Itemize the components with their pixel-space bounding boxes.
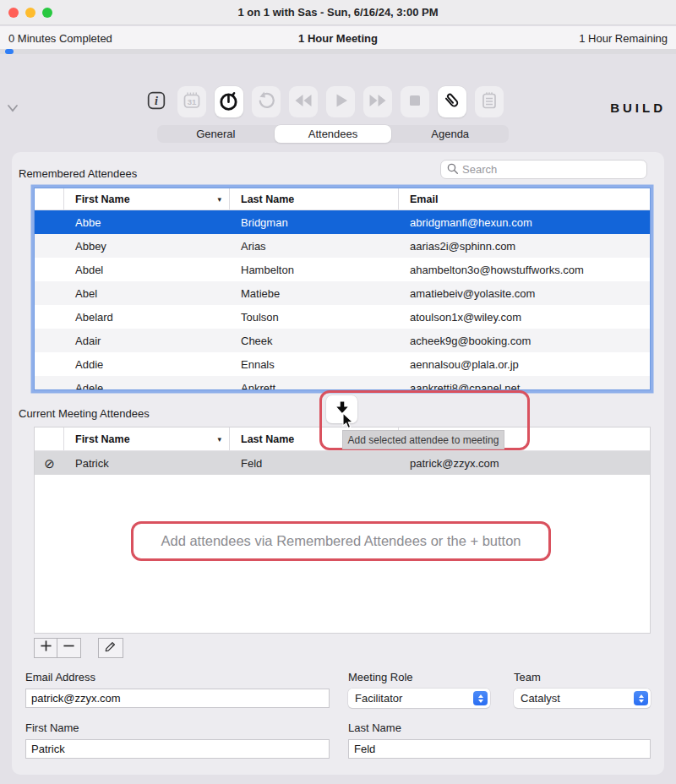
cell-email: aarias2i@sphinn.com — [399, 240, 650, 253]
table-row[interactable]: AbelardToulsonatoulson1x@wiley.com — [35, 305, 650, 329]
search-icon — [446, 162, 459, 177]
stepper-chevrons-icon — [473, 691, 488, 705]
empty-hint-annotation: Add attendees via Remembered Attendees o… — [131, 521, 551, 561]
first-name-label: First Name — [25, 721, 79, 734]
sort-descending-icon: ▾ — [217, 435, 221, 444]
first-name-field[interactable] — [25, 739, 330, 759]
table-row[interactable]: AdeleAnkrettaankretti8@cpanel.net — [35, 376, 650, 390]
tab-attendees[interactable]: Attendees — [275, 125, 392, 143]
meeting-role-value: Facilitator — [355, 692, 402, 705]
cell-last-name: Feld — [230, 457, 399, 470]
cell-last-name: Cheek — [230, 335, 399, 347]
plus-icon — [40, 640, 52, 656]
cell-last-name: Ennals — [230, 358, 399, 371]
cell-first-name: Addie — [64, 358, 230, 371]
cell-last-name: Hambelton — [230, 264, 399, 276]
attendee-table-buttons — [34, 638, 123, 658]
time-remaining-label: 1 Hour Remaining — [579, 32, 668, 45]
cell-first-name: Abelard — [64, 311, 230, 324]
tab-bar: General Attendees Agenda — [157, 125, 509, 143]
calendar-button: 31 — [177, 86, 206, 117]
stepper-chevrons-icon — [634, 691, 648, 705]
cell-email: amatiebeiv@yolasite.com — [399, 287, 650, 300]
edit-attendee-button[interactable] — [98, 638, 123, 658]
table-row[interactable]: AbdelHambeltonahambelton3o@howstuffworks… — [35, 258, 650, 281]
current-table-body: ⊘PatrickFeldpatrick@zzyx.com — [35, 451, 650, 475]
add-attendee-button[interactable] — [34, 638, 57, 658]
disclosure-chevron-icon[interactable] — [6, 101, 19, 117]
meeting-progress-fill — [5, 49, 14, 54]
attachment-button[interactable] — [438, 86, 466, 117]
table-row[interactable]: AbelMatiebeamatiebeiv@yolasite.com — [35, 281, 650, 305]
cell-email: patrick@zzyx.com — [399, 457, 650, 470]
cell-last-name: Matiebe — [230, 287, 399, 300]
search-field[interactable]: Search — [440, 160, 647, 179]
stop-button — [401, 86, 429, 117]
team-value: Catalyst — [521, 692, 560, 705]
stopwatch-icon — [218, 90, 240, 114]
toolbar: i 31 — [144, 85, 504, 117]
email-column-header[interactable]: Email — [399, 188, 650, 210]
cell-first-name: Patrick — [64, 457, 230, 470]
meeting-role-select[interactable]: Facilitator — [348, 689, 490, 708]
tooltip: Add selected attendee to meeting — [342, 430, 504, 449]
brand-logo: BUILD — [610, 101, 666, 115]
meeting-duration-label: 1 Hour Meeting — [0, 32, 676, 45]
paperclip-icon — [441, 90, 463, 114]
rewind-button — [289, 86, 318, 117]
cell-first-name: Abel — [64, 287, 230, 300]
email-address-field[interactable] — [25, 689, 330, 708]
meeting-status-bar: 0 Minutes Completed 1 Hour Meeting 1 Hou… — [0, 26, 676, 49]
empty-hint-text: Add attendees via Remembered Attendees o… — [161, 533, 521, 549]
table-row[interactable]: AddieEnnalsaennalsou@plala.or.jp — [35, 352, 650, 376]
svg-text:i: i — [155, 94, 158, 107]
notes-button — [475, 86, 504, 117]
cell-email: abridgmanfi@hexun.com — [399, 216, 650, 229]
timer-button[interactable] — [215, 86, 243, 117]
cell-email: aankretti8@cpanel.net — [399, 382, 650, 391]
last-name-field[interactable] — [348, 739, 651, 759]
table-row[interactable]: ⊘PatrickFeldpatrick@zzyx.com — [35, 451, 650, 475]
team-select[interactable]: Catalyst — [514, 689, 651, 708]
minus-icon — [63, 640, 75, 656]
cell-first-name: Adele — [64, 382, 230, 391]
reset-button — [252, 86, 281, 117]
table-row[interactable]: AbbeyAriasaarias2i@sphinn.com — [35, 234, 650, 258]
table-row[interactable]: AdairCheekacheek9g@booking.com — [35, 329, 650, 352]
cell-last-name: Bridgman — [230, 216, 399, 229]
first-name-column-header[interactable]: First Name ▾ — [64, 188, 230, 210]
team-label: Team — [514, 671, 541, 683]
play-icon — [330, 90, 351, 113]
cell-first-name: Abdel — [64, 264, 230, 276]
cell-first-name: Abbe — [64, 216, 230, 229]
pencil-icon — [104, 640, 117, 657]
cell-email: ahambelton3o@howstuffworks.com — [399, 264, 650, 276]
tab-agenda[interactable]: Agenda — [391, 125, 509, 143]
tab-general[interactable]: General — [157, 125, 275, 143]
info-button[interactable]: i — [144, 85, 169, 117]
table-header: First Name ▾ Last Name Email — [35, 188, 650, 210]
cell-last-name: Toulson — [230, 311, 399, 324]
info-icon: i — [145, 90, 167, 114]
remove-attendee-button[interactable] — [57, 638, 81, 658]
stop-icon — [405, 90, 425, 113]
cell-email: acheek9g@booking.com — [399, 335, 650, 347]
handle-column-header — [35, 188, 64, 210]
last-name-label: Last Name — [348, 721, 401, 734]
window-title: 1 on 1 with Sas - Sun, 6/16/24, 3:00 PM — [0, 0, 676, 25]
table-row[interactable]: AbbeBridgmanabridgmanfi@hexun.com — [35, 210, 650, 234]
cell-email: atoulson1x@wiley.com — [399, 311, 650, 324]
last-name-column-header[interactable]: Last Name — [230, 188, 399, 210]
current-attendees-label: Current Meeting Attendees — [19, 407, 150, 420]
fast-forward-icon — [368, 90, 388, 113]
remembered-attendees-table[interactable]: First Name ▾ Last Name Email AbbeBridgma… — [34, 188, 651, 390]
meeting-role-label: Meeting Role — [348, 671, 413, 683]
app-window: 1 on 1 with Sas - Sun, 6/16/24, 3:00 PM … — [0, 0, 676, 784]
cell-first-name: Abbey — [64, 240, 230, 253]
rewind-icon — [293, 90, 313, 113]
first-name-column-header[interactable]: First Name ▾ — [64, 427, 230, 450]
cell-first-name: Adair — [64, 335, 230, 347]
search-placeholder: Search — [462, 163, 497, 176]
email-address-label: Email Address — [25, 671, 95, 683]
cell-last-name: Arias — [230, 240, 399, 253]
